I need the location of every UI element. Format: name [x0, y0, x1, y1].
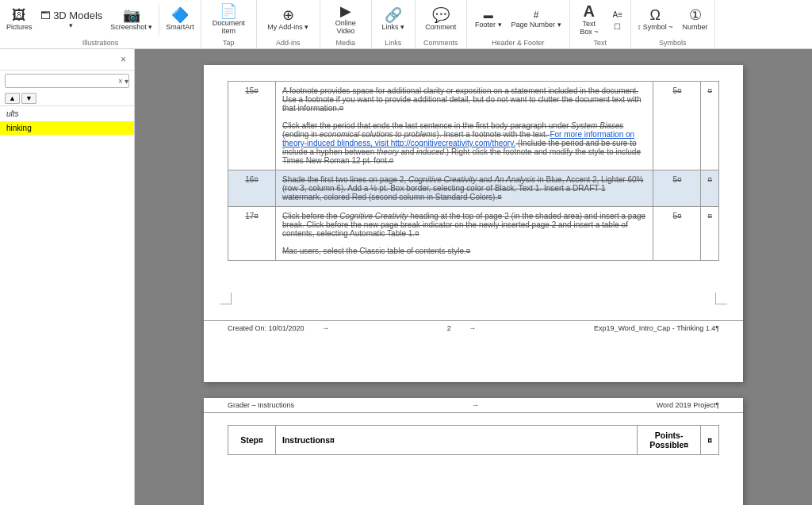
screenshot-button[interactable]: 📷 Screenshot ▾: [107, 6, 155, 33]
footer-arrow-2: →: [469, 324, 476, 332]
document-item-button[interactable]: 📄 DocumentItem: [209, 2, 248, 36]
margin-corner-left: [220, 293, 232, 304]
footer-page-num: 2: [447, 324, 451, 332]
pictures-button[interactable]: 🖼 Pictures: [3, 6, 36, 33]
nav-down-button[interactable]: ▼: [21, 93, 36, 104]
page-footer: Created On: 10/01/2020 → 2 → Exp19_Word_…: [204, 320, 743, 335]
add-ins-label: Add-ins: [260, 37, 316, 47]
points-cell-16: 5¤: [653, 170, 701, 207]
page2-header-left: Grader – Instructions: [228, 401, 294, 409]
text-box-button[interactable]: A TextBox ~: [573, 2, 605, 37]
footer-center: 2 →: [447, 324, 492, 332]
page2-table-header: Step¤ Instructions¤ Points-Possible¤ ¤: [228, 425, 719, 455]
illustrations-group: 🖼 Pictures 🗔 3D Models ▾ 📷 Screenshot ▾ …: [0, 0, 201, 48]
table-row: 15¤ A footnote provides space for additi…: [228, 82, 719, 170]
results-label: ults: [0, 106, 134, 121]
main-container: × × ▾ ▲ ▼ ults hinking 15¤: [0, 49, 812, 505]
footer-right: Exp19_Word_Intro_Cap - Thinking 1.4¶: [594, 324, 719, 332]
tap-group: 📄 DocumentItem Tap: [201, 0, 257, 48]
symbol-icon: Ω: [649, 8, 660, 22]
search-dropdown-icon[interactable]: ▾: [124, 77, 128, 86]
my-add-ins-button[interactable]: ⊕ My Add-ins ▾: [264, 6, 312, 33]
panel-close-button[interactable]: ×: [117, 52, 129, 67]
comments-group: 💬 Comment Comments: [416, 0, 467, 48]
panel-header: ×: [0, 49, 134, 71]
symbol-button[interactable]: Ω ↕ Symbol ~: [634, 6, 676, 33]
comment-button[interactable]: 💬 Comment: [422, 6, 459, 33]
text-label: Text: [573, 37, 627, 47]
text-group: A TextBox ~ A≡ ☐ Text: [570, 0, 631, 48]
header-footer-label: Header & Footer: [470, 37, 566, 47]
links-icon: 🔗: [385, 8, 402, 22]
page-2-content: Step¤ Instructions¤ Points-Possible¤ ¤: [204, 421, 743, 471]
points-cell-15: 5¤: [653, 82, 701, 170]
search-clear-button[interactable]: ×: [118, 77, 123, 86]
page-number-button[interactable]: # Page Number ▾: [508, 9, 565, 30]
comment-icon: 💬: [432, 8, 450, 22]
text-box-icon: A: [584, 3, 595, 19]
text-format-icon-1: A≡: [613, 10, 623, 19]
step-cell-15: 15¤: [228, 82, 276, 170]
online-video-button[interactable]: ▶ OnlineVideo: [330, 2, 362, 36]
smartart-button[interactable]: 🔷 SmartArt: [163, 6, 197, 33]
online-video-icon: ▶: [340, 4, 351, 18]
text-format-btn-1[interactable]: A≡: [608, 10, 627, 20]
comments-label: Comments: [419, 37, 463, 47]
footer-button[interactable]: ▬ Footer ▾: [472, 9, 505, 30]
footer-icon: ▬: [484, 10, 493, 20]
screenshot-icon: 📷: [123, 8, 140, 22]
page-1: 15¤ A footnote provides space for additi…: [204, 65, 743, 382]
header-footer-group: ▬ Footer ▾ # Page Number ▾ Header & Foot…: [467, 0, 570, 48]
points-cell-17: 5¤: [653, 207, 701, 261]
smartart-icon: 🔷: [171, 8, 189, 22]
nav-up-button[interactable]: ▲: [5, 93, 20, 104]
extra-cell-17: ¤: [701, 207, 719, 261]
footer-created-on: Created On: 10/01/2020: [228, 324, 304, 332]
pictures-icon: 🖼: [12, 8, 26, 22]
points-possible-label: Points-Possible¤: [649, 430, 688, 450]
search-box: × ▾: [5, 74, 129, 88]
illustrations-label: Illustrations: [3, 37, 197, 47]
margin-corner-right: [715, 293, 727, 304]
instruction-cell-15: A footnote provides space for additional…: [276, 82, 653, 170]
document-item-icon: 📄: [220, 4, 237, 18]
instructions-th: Instructions¤: [276, 426, 638, 455]
page2-header-arrow: →: [472, 401, 479, 409]
table-row: 17¤ Click before the Cognitive Creativit…: [228, 207, 719, 261]
tap-label: Tap: [205, 37, 253, 47]
text-format-icon-2: ☐: [614, 22, 621, 31]
document-area[interactable]: 15¤ A footnote provides space for additi…: [135, 49, 812, 505]
extra-cell-16: ¤: [701, 170, 719, 207]
nav-arrows: ▲ ▼: [0, 91, 134, 106]
footer-left: Created On: 10/01/2020 →: [228, 324, 345, 332]
text-format-btn-2[interactable]: ☐: [608, 21, 627, 32]
page-margin-indicators: [204, 285, 743, 312]
ribbon: 🖼 Pictures 🗔 3D Models ▾ 📷 Screenshot ▾ …: [0, 0, 812, 49]
step-cell-16: 16¤: [228, 170, 276, 207]
search-input[interactable]: [9, 76, 118, 86]
number-button[interactable]: ① Number: [680, 6, 711, 33]
links-group: 🔗 Links ▾ Links: [372, 0, 416, 48]
result-item-thinking[interactable]: hinking: [0, 121, 134, 135]
extra-cell-15: ¤: [701, 82, 719, 170]
page2-header-right: Word 2019 Project¶: [657, 401, 719, 409]
instruction-cell-16: Shade the first two lines on page 2, Cog…: [276, 170, 653, 207]
points-th: Points-Possible¤: [638, 426, 701, 455]
links-button[interactable]: 🔗 Links ▾: [377, 6, 409, 33]
media-group: ▶ OnlineVideo Media: [320, 0, 372, 48]
instructions-table: 15¤ A footnote provides space for additi…: [228, 81, 719, 261]
add-ins-group: ⊕ My Add-ins ▾ Add-ins: [257, 0, 320, 48]
page-1-content: 15¤ A footnote provides space for additi…: [204, 65, 743, 277]
step-cell-17: 17¤: [228, 207, 276, 261]
media-label: Media: [324, 37, 368, 47]
page-number-icon: #: [534, 10, 539, 20]
number-icon: ①: [689, 8, 702, 22]
page-2: Grader – Instructions → Word 2019 Projec…: [204, 398, 743, 505]
table-row: 16¤ Shade the first two lines on page 2,…: [228, 170, 719, 207]
links-label: Links: [375, 37, 412, 47]
3d-models-button[interactable]: 🗔 3D Models ▾: [37, 9, 106, 31]
symbols-group: Ω ↕ Symbol ~ ① Number Symbols: [631, 0, 715, 48]
table-header-row: Step¤ Instructions¤ Points-Possible¤ ¤: [228, 426, 719, 455]
left-panel: × × ▾ ▲ ▼ ults hinking: [0, 49, 135, 505]
extra-th: ¤: [701, 426, 719, 455]
